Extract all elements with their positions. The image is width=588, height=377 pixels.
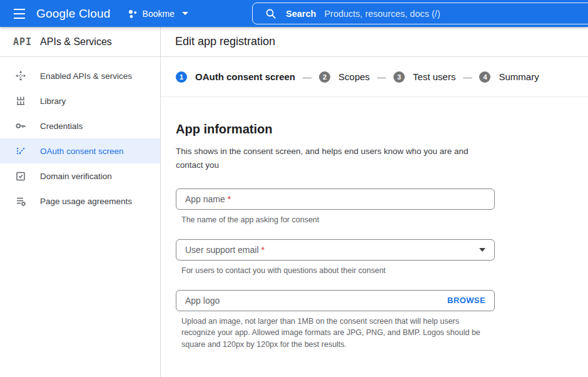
sidebar-item-label: Domain verification <box>40 172 112 181</box>
oauth-consent-icon <box>15 145 26 157</box>
page-shell: API APIs & Services Enabled APIs & servi… <box>0 27 588 377</box>
required-marker: * <box>228 194 231 204</box>
page-usage-agreements-icon <box>15 195 26 207</box>
project-caret-down-icon <box>182 12 188 15</box>
sidebar-item-label: Credentials <box>40 121 83 131</box>
browse-button[interactable]: BROWSE <box>447 296 485 305</box>
sidebar: API APIs & Services Enabled APIs & servi… <box>0 27 161 377</box>
app-name-helper: The name of the app asking for consent <box>181 214 494 226</box>
step-oauth-consent-screen[interactable]: 1 OAuth consent screen <box>176 71 295 83</box>
main-panel: Edit app registration 1 OAuth consent sc… <box>161 27 588 377</box>
search-icon <box>265 8 276 19</box>
sidebar-item-label: Enabled APIs & services <box>40 71 132 81</box>
project-picker[interactable]: Bookme <box>128 9 188 19</box>
app-logo-group: App logo BROWSE Upload an image, not lar… <box>176 290 495 351</box>
support-email-label: User support email <box>185 245 259 255</box>
registration-stepper: 1 OAuth consent screen — 2 Scopes — 3 Te… <box>161 57 588 97</box>
step-separator: — <box>463 72 472 82</box>
form-content: App information This shows in the consen… <box>161 97 588 351</box>
key-icon <box>15 120 26 132</box>
step-summary[interactable]: 4 Summary <box>479 71 539 83</box>
step-number-badge: 3 <box>393 71 405 83</box>
sidebar-item-label: Library <box>40 96 66 106</box>
step-number-badge: 2 <box>319 71 330 83</box>
project-name: Bookme <box>143 9 175 19</box>
section-description: This shows in the consent screen, and he… <box>176 145 492 172</box>
app-name-group: App name * The name of the app asking fo… <box>176 189 495 226</box>
search-placeholder: Products, resources, docs (/) <box>324 9 440 19</box>
sidebar-item-label: OAuth consent screen <box>40 147 124 156</box>
page-header: Edit app registration <box>161 27 588 57</box>
search-input[interactable]: Search Products, resources, docs (/) <box>252 3 588 24</box>
app-name-label: App name <box>185 194 225 204</box>
sidebar-item-credentials[interactable]: Credentials <box>0 113 160 138</box>
support-email-group: User support email * For users to contac… <box>176 239 495 277</box>
app-name-field[interactable]: App name * <box>176 189 495 210</box>
step-label: Scopes <box>338 71 370 82</box>
search-label: Search <box>286 9 316 19</box>
dropdown-caret-icon[interactable] <box>479 248 485 252</box>
step-number-badge: 4 <box>479 71 490 83</box>
enabled-apis-icon <box>15 70 26 81</box>
step-scopes[interactable]: 2 Scopes <box>319 71 370 83</box>
step-test-users[interactable]: 3 Test users <box>393 71 455 83</box>
sidebar-item-page-usage-agreements[interactable]: Page usage agreements <box>0 189 160 214</box>
step-label: Summary <box>499 71 539 82</box>
topbar: Google Cloud Bookme Search Products, res… <box>0 0 588 27</box>
support-email-helper: For users to contact you with questions … <box>181 265 494 277</box>
library-icon <box>15 95 26 106</box>
sidebar-item-enabled-apis[interactable]: Enabled APIs & services <box>0 63 160 88</box>
page-title: Edit app registration <box>175 35 275 48</box>
sidebar-item-domain-verification[interactable]: Domain verification <box>0 163 160 189</box>
required-marker: * <box>261 245 265 255</box>
google-cloud-logo[interactable]: Google Cloud <box>36 7 111 21</box>
sidebar-item-label: Page usage agreements <box>40 197 132 206</box>
menu-hamburger-icon[interactable] <box>13 8 26 19</box>
sidebar-product-title: APIs & Services <box>40 36 112 48</box>
step-number-badge: 1 <box>176 71 187 83</box>
step-separator: — <box>303 72 312 82</box>
domain-verification-icon <box>15 170 26 182</box>
step-label: OAuth consent screen <box>195 71 295 82</box>
sidebar-item-library[interactable]: Library <box>0 88 160 113</box>
sidebar-nav: Enabled APIs & services Library Credenti… <box>0 57 160 214</box>
app-logo-field[interactable]: App logo BROWSE <box>176 290 495 311</box>
step-separator: — <box>377 72 386 82</box>
sidebar-item-oauth-consent-screen[interactable]: OAuth consent screen <box>0 138 160 163</box>
app-logo-label: App logo <box>185 296 220 306</box>
api-product-icon: API <box>13 36 32 48</box>
step-label: Test users <box>413 71 455 82</box>
sidebar-header: API APIs & Services <box>0 27 160 57</box>
app-logo-helper: Upload an image, not larger than 1MB on … <box>181 316 494 351</box>
support-email-select[interactable]: User support email * <box>176 239 495 261</box>
project-icon <box>128 9 138 19</box>
section-title: App information <box>176 122 588 137</box>
